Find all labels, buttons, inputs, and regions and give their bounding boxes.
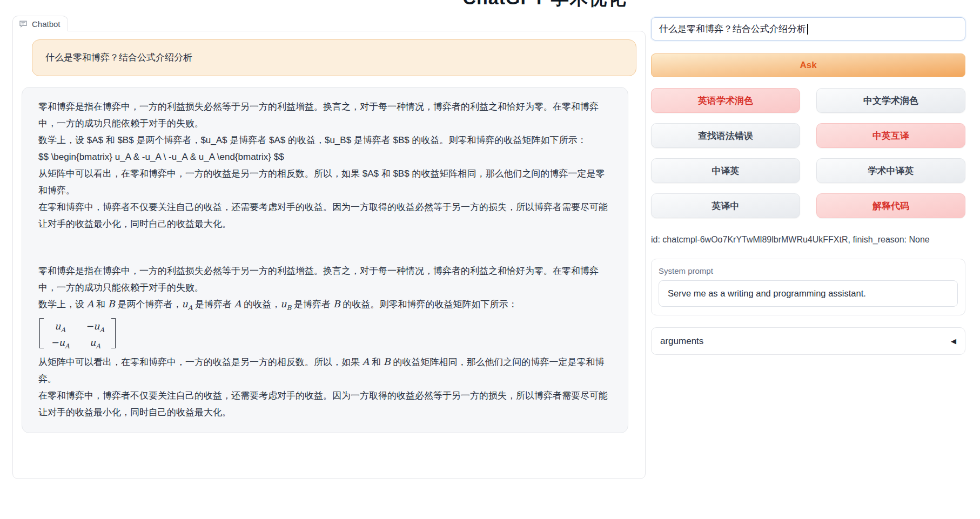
math-var: uA [182, 299, 192, 309]
control-column: 什么是零和博弈？结合公式介绍分析 Ask 英语学术润色 中文学术润色 查找语法错… [651, 17, 965, 355]
matrix-left-bracket [39, 318, 44, 348]
chatbot-panel[interactable]: 什么是零和博弈？结合公式介绍分析 零和博弈是指在博弈中，一方的利益损失必然等于另… [12, 31, 646, 479]
page-title: ChatGPT 学术优化 [447, 0, 642, 8]
bot-message-bubble: 零和博弈是指在博弈中，一方的利益损失必然等于另一方的利益增益。换言之，对于每一种… [22, 87, 628, 433]
math-var: uB [280, 299, 291, 309]
btn-chinese-academic-polish[interactable]: 中文学术润色 [816, 88, 965, 113]
bot-rendered-p4: 在零和博弈中，博弈者不仅要关注自己的收益，还需要考虑对手的收益。因为一方取得的收… [38, 387, 612, 421]
function-button-grid: 英语学术润色 中文学术润色 查找语法错误 中英互译 中译英 学术中译英 英译中 … [651, 88, 965, 218]
page-title-text: ChatGPT 学术优化 [447, 0, 642, 8]
user-message-text: 什么是零和博弈？结合公式介绍分析 [45, 52, 192, 63]
bot-raw-p2: 数学上，设 $A$ 和 $B$ 是两个博弈者，$u_A$ 是博弈者 $A$ 的收… [38, 132, 612, 149]
matrix-cell: −uA [51, 336, 70, 353]
response-status-text: id: chatcmpl-6wOo7KrYTwMl89lbrMWRu4UkFFX… [651, 235, 965, 245]
payoff-matrix: uA −uA −uA uA [39, 318, 116, 348]
system-prompt-group: System prompt Serve me as a writing and … [651, 259, 965, 315]
chatbot-label-chip: Chatbot [12, 16, 68, 31]
text-cursor [807, 24, 808, 35]
bot-raw-p1: 零和博弈是指在博弈中，一方的利益损失必然等于另一方的利益增益。换言之，对于每一种… [38, 98, 612, 132]
bot-rendered-p1: 零和博弈是指在博弈中，一方的利益损失必然等于另一方的利益增益。换言之，对于每一种… [38, 262, 612, 296]
bot-rendered-p2: 数学上，设 A 和 B 是两个博弈者，uA 是博弈者 A 的收益，uB 是博弈者… [38, 296, 612, 316]
btn-explain-code[interactable]: 解释代码 [816, 193, 965, 218]
math-var: A [363, 356, 370, 367]
math-var: B [333, 299, 340, 309]
bot-raw-p4: 从矩阵中可以看出，在零和博弈中，一方的收益是另一方的相反数。所以，如果 $A$ … [38, 165, 612, 199]
accordion-collapsed-icon: ◀ [951, 337, 956, 345]
matrix-cell: uA [51, 320, 70, 336]
btn-zh-to-en[interactable]: 中译英 [651, 158, 800, 183]
btn-en-to-zh[interactable]: 英译中 [651, 193, 800, 218]
matrix-cell: uA [86, 336, 105, 353]
arguments-accordion[interactable]: arguments ◀ [651, 327, 965, 355]
btn-zh-en-mutual-translate[interactable]: 中英互译 [816, 123, 965, 148]
chatbot-column: Chatbot 什么是零和博弈？结合公式介绍分析 零和博弈是指在博弈中，一方的利… [12, 16, 646, 479]
system-prompt-label: System prompt [659, 266, 958, 275]
btn-find-grammar-errors[interactable]: 查找语法错误 [651, 123, 800, 148]
math-var: B [108, 299, 115, 309]
chatbot-label: Chatbot [32, 19, 61, 29]
bot-raw-formula: $$ \begin{bmatrix} u_A & -u_A \ -u_A & u… [38, 149, 612, 165]
math-var: A [87, 299, 94, 309]
chat-bubble-icon [19, 19, 28, 28]
question-input[interactable]: 什么是零和博弈？结合公式介绍分析 [651, 17, 965, 41]
btn-academic-zh-to-en[interactable]: 学术中译英 [816, 158, 965, 183]
math-var: B [384, 356, 391, 367]
system-prompt-input[interactable]: Serve me as a writing and programming as… [659, 280, 958, 307]
math-var: A [234, 299, 241, 309]
arguments-accordion-label: arguments [660, 336, 703, 347]
matrix-right-bracket [111, 318, 116, 348]
btn-english-academic-polish[interactable]: 英语学术润色 [651, 88, 800, 113]
bot-raw-p5: 在零和博弈中，博弈者不仅要关注自己的收益，还需要考虑对手的收益。因为一方取得的收… [38, 199, 612, 232]
question-input-value: 什么是零和博弈？结合公式介绍分析 [659, 23, 806, 35]
bot-rendered-p3: 从矩阵中可以看出，在零和博弈中，一方的收益是另一方的相反数。所以，如果 A 和 … [38, 354, 612, 387]
user-message-bubble: 什么是零和博弈？结合公式介绍分析 [32, 39, 636, 76]
ask-button[interactable]: Ask [651, 53, 965, 77]
app-page: ChatGPT 学术优化 Chatbot 什么是零和博弈？结合公式介绍分析 零和… [0, 0, 980, 519]
message-gap [38, 232, 612, 262]
matrix-cell: −uA [86, 320, 105, 336]
